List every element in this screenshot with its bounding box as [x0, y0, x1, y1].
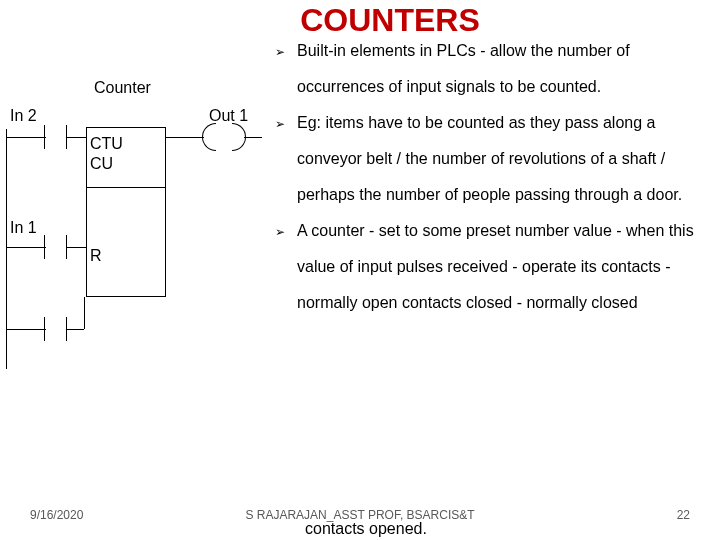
output-coil-left [202, 123, 216, 151]
bullet-text-2: Eg: items have to be counted as they pas… [297, 114, 682, 203]
bullet-list: ➢ Built-in elements in PLCs - allow the … [275, 33, 710, 321]
contact1-left [44, 125, 45, 149]
footer-page-number: 22 [677, 508, 690, 522]
bullet-item-2: ➢ Eg: items have to be counted as they p… [275, 105, 710, 213]
bullet-text-1: Built-in elements in PLCs - allow the nu… [297, 42, 630, 95]
trailing-line: contacts opened. [305, 520, 427, 538]
counter-ladder-diagram: Counter In 2 Out 1 CTU CU In 1 R [4, 79, 269, 379]
diagram-title: Counter [94, 79, 151, 97]
label-cu: CU [90, 155, 113, 173]
bullet-arrow-icon: ➢ [275, 39, 285, 66]
counter-box-divider [86, 187, 166, 188]
bullet-arrow-icon: ➢ [275, 219, 285, 246]
rung1-wire-b [66, 137, 86, 138]
rung3-wire-a [6, 329, 46, 330]
rung2-wire-b [66, 247, 86, 248]
label-in1: In 1 [10, 219, 37, 237]
label-ctu: CTU [90, 135, 123, 153]
bullet-arrow-icon: ➢ [275, 111, 285, 138]
out-wire-b [244, 137, 262, 138]
rung3-wire-b [66, 329, 84, 330]
contact3-left [44, 317, 45, 341]
rung2-wire-a [6, 247, 46, 248]
out-wire-a [166, 137, 204, 138]
bullet-item-3: ➢ A counter - set to some preset number … [275, 213, 710, 321]
bullet-text-3: A counter - set to some preset number va… [297, 222, 694, 311]
text-column: ➢ Built-in elements in PLCs - allow the … [275, 39, 720, 321]
rung3-vertical [84, 297, 85, 329]
contact2-left [44, 235, 45, 259]
diagram-column: Counter In 2 Out 1 CTU CU In 1 R [0, 39, 275, 379]
content-row: Counter In 2 Out 1 CTU CU In 1 R [0, 39, 720, 379]
bullet-item-1: ➢ Built-in elements in PLCs - allow the … [275, 33, 710, 105]
rail-left [6, 129, 7, 369]
label-r: R [90, 247, 102, 265]
rung1-wire-a [6, 137, 46, 138]
label-in2: In 2 [10, 107, 37, 125]
